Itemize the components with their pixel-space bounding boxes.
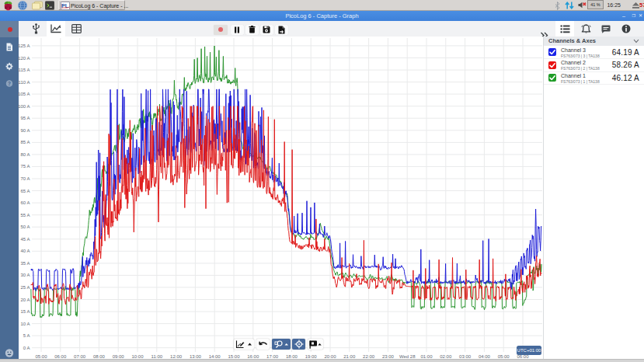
svg-text:85 A: 85 A <box>20 140 30 144</box>
svg-text:75 A: 75 A <box>20 164 30 169</box>
svg-text:65 A: 65 A <box>20 189 30 193</box>
svg-text:06:00: 06:00 <box>54 354 67 359</box>
svg-text:55 A: 55 A <box>20 213 30 218</box>
svg-text:125 A: 125 A <box>19 44 30 48</box>
svg-text:5 A: 5 A <box>23 333 30 338</box>
svg-text:50 A: 50 A <box>20 225 30 229</box>
svg-text:10:00: 10:00 <box>131 354 144 359</box>
svg-text:05:00: 05:00 <box>35 354 47 359</box>
svg-text:105 A: 105 A <box>19 92 30 96</box>
svg-text:20:00: 20:00 <box>324 354 336 359</box>
svg-text:70 A: 70 A <box>20 176 30 181</box>
svg-text:11:00: 11:00 <box>151 354 163 359</box>
svg-text:21:00: 21:00 <box>343 354 356 359</box>
svg-text:22:00: 22:00 <box>363 354 375 359</box>
svg-text:60 A: 60 A <box>20 200 30 205</box>
svg-text:23:00: 23:00 <box>382 354 395 359</box>
svg-text:120 A: 120 A <box>19 56 30 61</box>
svg-text:25 A: 25 A <box>20 285 30 290</box>
svg-text:100 A: 100 A <box>19 104 30 109</box>
svg-text:20 A: 20 A <box>20 298 30 302</box>
svg-text:115 A: 115 A <box>19 68 30 72</box>
svg-text:02:00: 02:00 <box>440 354 452 359</box>
svg-text:14:00: 14:00 <box>209 354 221 359</box>
svg-text:10 A: 10 A <box>20 322 30 326</box>
svg-text:17:00: 17:00 <box>266 354 279 359</box>
svg-text:13:00: 13:00 <box>190 354 202 359</box>
svg-text:?: ? <box>8 81 11 86</box>
svg-text:12:00: 12:00 <box>170 354 183 359</box>
svg-text:45 A: 45 A <box>20 237 30 242</box>
svg-text:0 A: 0 A <box>23 346 30 350</box>
svg-text:08:00: 08:00 <box>93 354 106 359</box>
svg-text:90 A: 90 A <box>20 128 30 133</box>
svg-text:07:00: 07:00 <box>74 354 86 359</box>
svg-text:19:00: 19:00 <box>305 354 318 359</box>
svg-text:40 A: 40 A <box>20 249 30 253</box>
svg-text:04:00: 04:00 <box>479 354 491 359</box>
svg-text:15:00: 15:00 <box>228 354 240 359</box>
svg-text:01:00: 01:00 <box>420 354 433 359</box>
svg-text:30 A: 30 A <box>20 273 30 277</box>
svg-text:95 A: 95 A <box>20 116 30 120</box>
svg-text:80 A: 80 A <box>20 152 30 157</box>
svg-text:03:00: 03:00 <box>459 354 472 359</box>
svg-text:110 A: 110 A <box>19 80 30 85</box>
svg-text:35 A: 35 A <box>20 261 30 266</box>
svg-text:18:00: 18:00 <box>286 354 298 359</box>
svg-text:09:00: 09:00 <box>113 354 125 359</box>
svg-text:15 A: 15 A <box>20 309 30 314</box>
svg-text:16:00: 16:00 <box>247 354 259 359</box>
svg-text:Wed 28: Wed 28 <box>399 354 416 359</box>
svg-text:05:00: 05:00 <box>498 354 510 359</box>
